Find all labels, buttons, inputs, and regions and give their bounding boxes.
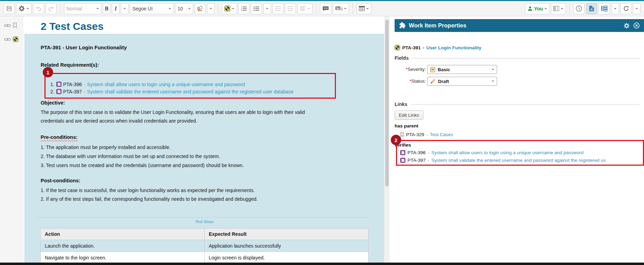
insert-workitem-button[interactable] [222, 3, 237, 14]
history-button[interactable] [573, 3, 585, 14]
window-bottom-edge [0, 263, 644, 265]
chevron-down-icon [168, 8, 171, 9]
columns-icon [553, 6, 559, 11]
chevron-down-icon [492, 69, 494, 70]
workitem-title-link[interactable]: User Login Functionality [427, 45, 481, 50]
paragraph-style-value: Normal [66, 6, 82, 11]
bold-icon: B [105, 6, 109, 12]
document-actions-button[interactable] [16, 3, 32, 14]
table-cell[interactable]: Launch the application. [41, 240, 205, 252]
comment-icon [322, 6, 329, 11]
chevron-down-icon [26, 8, 29, 9]
insert-table-button[interactable] [356, 3, 371, 14]
severity-field-label: *Severity: [394, 67, 426, 72]
workitem-title: PTA-391 - User Login Functionality [41, 44, 127, 50]
chevron-down-icon [544, 8, 547, 9]
view-menu-button[interactable] [611, 3, 619, 14]
outdent-button[interactable] [272, 3, 283, 14]
document-view-button[interactable]: A [586, 3, 597, 14]
paragraph-style-select[interactable]: Normal [64, 3, 101, 14]
chevron-down-icon [123, 8, 126, 9]
refresh-button[interactable] [620, 3, 631, 14]
precondition-item: 2. The database with user information mu… [41, 152, 244, 161]
bookmark-icon[interactable] [13, 23, 17, 28]
layout-columns-button[interactable] [551, 3, 566, 14]
table-cell[interactable]: Navigate to the login screen. [41, 252, 205, 263]
table-header-row: Action Expected Result [41, 229, 369, 240]
postcondition-item: 1. If the test case is successful, the u… [41, 186, 258, 195]
section-divider [412, 58, 640, 58]
status-draft-pencil-icon [430, 78, 436, 84]
dash: - [423, 45, 424, 50]
font-size-value: 10 [177, 6, 183, 11]
annotation-box-2 [396, 140, 644, 166]
indent-button[interactable] [285, 3, 296, 14]
chevron-down-icon [96, 8, 99, 9]
comment-button[interactable] [320, 3, 331, 14]
save-button[interactable] [3, 3, 15, 14]
clear-formatting-button[interactable] [195, 3, 206, 14]
italic-icon: I [115, 6, 117, 12]
link-icon[interactable] [4, 24, 11, 27]
list-menu-button[interactable] [263, 3, 271, 14]
bold-button[interactable]: B [103, 3, 110, 14]
link-icon[interactable] [4, 38, 11, 41]
precondition-item: 1. The application must be properly inst… [41, 143, 244, 152]
chevron-down-icon [635, 8, 638, 9]
font-family-select[interactable]: Segoe UI [130, 3, 174, 14]
align-button[interactable] [297, 3, 313, 14]
panel-settings-gear-icon[interactable] [624, 23, 630, 29]
numbered-list-button[interactable]: 123 [238, 3, 249, 14]
preconditions-heading: Pre-conditions: [41, 134, 77, 140]
svg-text:3: 3 [241, 9, 242, 11]
selected-workitem-block[interactable]: PTA-391 - User Login Functionality Relat… [24, 34, 384, 263]
chevron-down-icon [232, 8, 234, 9]
scrollbar-thumb[interactable] [385, 20, 389, 187]
objective-text: The purpose of this test case is to vali… [41, 108, 320, 125]
user-menu-button[interactable]: You [525, 3, 550, 14]
table-cell[interactable]: Login screen is displayed. [205, 252, 369, 263]
font-size-select[interactable]: 10 [175, 3, 193, 14]
clear-formatting-menu-button[interactable] [207, 3, 215, 14]
links-section-header: Links [395, 101, 640, 107]
postcondition-item: 2. If any of the test steps fail, the co… [41, 195, 258, 204]
font-family-value: Segoe UI [132, 6, 152, 11]
panel-workitem-row: PTA-391 - User Login Functionality [395, 45, 481, 50]
chevron-down-icon [307, 8, 310, 9]
outline-view-button[interactable] [598, 3, 610, 14]
test-steps-table: Action Expected Result Launch the applic… [40, 228, 369, 263]
status-label-text: Status: [411, 78, 426, 84]
refresh-menu-button[interactable] [633, 3, 641, 14]
table-cell[interactable]: Application launches successfully [205, 240, 369, 252]
parent-link[interactable]: Test Cases [430, 132, 453, 137]
workitem-icon[interactable] [13, 36, 18, 42]
redo-icon [48, 6, 54, 11]
severity-select[interactable]: Basic [427, 65, 497, 74]
status-select[interactable]: Draft [427, 77, 497, 86]
column-header-expected-result: Expected Result [205, 229, 369, 240]
italic-button[interactable]: I [112, 3, 119, 14]
outdent-icon [275, 6, 281, 11]
undo-button[interactable] [33, 3, 44, 14]
dash: - [426, 132, 428, 137]
chevron-down-icon [614, 8, 617, 9]
vertical-scrollbar[interactable] [384, 16, 390, 263]
parent-link-row: PTA-329 - Test Cases [400, 132, 453, 137]
field-divider [35, 217, 368, 218]
precondition-item: 3. Test users must be created and the cr… [41, 161, 244, 170]
document-editor-area[interactable]: 2 Test Cases PTA-391 - User Login Functi… [24, 16, 390, 263]
redo-button[interactable] [46, 3, 57, 14]
toolbar-separator [353, 3, 353, 15]
edit-links-button[interactable]: Edit Links [395, 110, 423, 120]
chevron-down-icon [366, 8, 369, 9]
insert-image-button[interactable] [333, 3, 349, 14]
annotation-circle-2: 2 [391, 135, 401, 145]
chevron-down-icon [209, 8, 212, 9]
bullet-list-button[interactable] [251, 3, 262, 14]
column-header-action: Action [41, 229, 205, 240]
toolbar-separator [218, 3, 218, 15]
annotation-number: 1 [47, 69, 49, 75]
chevron-down-icon [188, 8, 191, 9]
text-style-menu-button[interactable] [121, 3, 129, 14]
close-icon[interactable] [633, 22, 640, 29]
